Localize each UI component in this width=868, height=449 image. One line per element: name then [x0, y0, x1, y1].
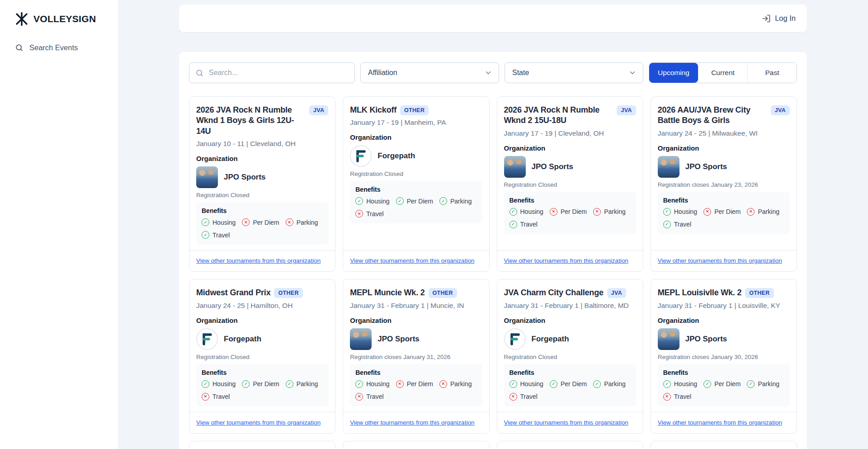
organization-row: JPO Sports	[658, 328, 790, 350]
login-label: Log In	[775, 14, 796, 23]
check-circle-icon: ✓	[509, 380, 517, 388]
benefits-label: Benefits	[355, 369, 476, 376]
benefits-list: ✓Housing✓Per Diem✓Parking✕Travel	[509, 380, 631, 401]
benefit-item: ✓Housing	[202, 380, 236, 388]
benefit-item: ✕Parking	[747, 208, 779, 216]
view-other-tournaments-link[interactable]: View other tournaments from this organiz…	[504, 257, 628, 264]
main-area: Log In Affiliation State	[118, 0, 868, 449]
state-select[interactable]: State	[505, 62, 643, 83]
benefits-list: ✓Housing✕Per Diem✕Parking✓Travel	[663, 208, 784, 228]
x-circle-icon: ✕	[396, 380, 404, 388]
tab-past[interactable]: Past	[747, 63, 797, 83]
login-button[interactable]: Log In	[762, 14, 796, 23]
tournament-date-location: January 24 - 25 | Hamilton, OH	[196, 302, 328, 310]
benefit-label: Travel	[674, 221, 691, 228]
tournament-card-footer: View other tournaments from this organiz…	[497, 250, 643, 271]
search-input[interactable]	[189, 62, 355, 83]
affiliation-badge: OTHER	[745, 288, 774, 298]
benefit-item: ✓Parking	[747, 380, 779, 388]
x-circle-icon: ✕	[439, 380, 447, 388]
sidebar-item-search-events[interactable]: Search Events	[0, 43, 118, 52]
affiliation-select[interactable]: Affiliation	[360, 62, 499, 83]
view-other-tournaments-link[interactable]: View other tournaments from this organiz…	[504, 419, 628, 426]
check-circle-icon: ✓	[509, 208, 517, 216]
tournament-date-location: January 31 - February 1 | Muncie, IN	[350, 302, 482, 310]
benefit-item: ✓Per Diem	[703, 380, 741, 388]
benefit-item: ✓Housing	[509, 208, 543, 216]
tab-current[interactable]: Current	[698, 63, 747, 83]
benefit-item: ✓Parking	[286, 380, 318, 388]
benefit-item: ✕Travel	[355, 210, 383, 217]
x-circle-icon: ✕	[703, 208, 711, 216]
benefit-item: ✓Travel	[663, 221, 691, 228]
benefit-label: Housing	[366, 198, 389, 205]
view-other-tournaments-link[interactable]: View other tournaments from this organiz…	[658, 419, 782, 426]
check-circle-icon: ✓	[663, 221, 671, 228]
search-icon	[195, 69, 204, 77]
organization-section: Organization JPO Sports Registration Clo…	[196, 148, 328, 245]
check-circle-icon: ✓	[550, 380, 557, 388]
tournament-title: 2026 JVA Rock N Rumble Wknd 2 15U-18U	[504, 105, 613, 126]
chevron-down-icon	[484, 69, 492, 77]
organization-section: Organization JPO Sports Registration clo…	[658, 310, 790, 406]
tournament-title-row: JVA Charm City Challenge JVA	[504, 288, 636, 298]
check-circle-icon: ✓	[242, 380, 250, 388]
benefit-item: ✕Per Diem	[550, 208, 587, 216]
tournament-title-row: 2026 JVA Rock N Rumble Wknd 2 15U-18U JV…	[504, 105, 636, 126]
affiliation-badge: JVA	[607, 288, 626, 298]
organization-name: JPO Sports	[224, 173, 266, 182]
benefits-box: Benefits ✓Housing✕Per Diem✕Parking✓Trave…	[196, 202, 328, 245]
chevron-down-icon	[628, 69, 637, 77]
events-panel: Affiliation State Upcoming Current Past …	[179, 52, 807, 449]
tournament-title: Midwest Grand Prix	[196, 288, 270, 298]
organization-section: Organization JPO Sports Registration Clo…	[504, 137, 636, 234]
app-logo: VOLLEYSIGN	[0, 0, 118, 27]
view-other-tournaments-link[interactable]: View other tournaments from this organiz…	[350, 257, 474, 264]
organization-name: JPO Sports	[377, 335, 420, 344]
forgepath-logo	[350, 145, 372, 167]
registration-status: Registration Closed	[196, 192, 328, 199]
tournament-title-row: 2026 JVA Rock N Rumble Wknd 1 Boys & Gir…	[196, 105, 328, 137]
tournament-card-body: MLK Kickoff OTHER January 17 - 19 | Manh…	[343, 97, 489, 250]
view-other-tournaments-link[interactable]: View other tournaments from this organiz…	[196, 257, 321, 264]
tab-upcoming[interactable]: Upcoming	[649, 63, 698, 83]
organization-avatar	[196, 166, 218, 188]
tournament-date-location: January 31 - February 1 | Baltimore, MD	[504, 302, 636, 310]
x-circle-icon: ✕	[593, 208, 601, 216]
check-circle-icon: ✓	[355, 197, 363, 205]
filter-bar: Affiliation State Upcoming Current Past	[189, 62, 797, 83]
organization-section: Organization JPO Sports Registration clo…	[658, 137, 790, 234]
benefit-label: Parking	[604, 380, 625, 388]
organization-label: Organization	[350, 317, 482, 324]
benefits-label: Benefits	[355, 186, 476, 193]
benefit-item: ✓Housing	[202, 218, 236, 226]
tournament-card-body: 2026 JVA Rock N Rumble Wknd 2 15U-18U JV…	[497, 97, 643, 250]
view-other-tournaments-link[interactable]: View other tournaments from this organiz…	[658, 257, 782, 264]
view-other-tournaments-link[interactable]: View other tournaments from this organiz…	[350, 419, 474, 426]
organization-name: JPO Sports	[685, 335, 727, 344]
benefits-box: Benefits ✓Housing✓Per Diem✓Parking✕Trave…	[658, 364, 790, 406]
benefit-item: ✓Housing	[355, 197, 389, 205]
benefits-label: Benefits	[202, 369, 323, 376]
search-box	[189, 62, 355, 83]
benefit-label: Parking	[450, 380, 472, 388]
view-other-tournaments-link[interactable]: View other tournaments from this organiz…	[196, 419, 321, 426]
benefits-box: Benefits ✓Housing✓Per Diem✓Parking✕Trave…	[504, 364, 636, 406]
organization-row: Forgepath	[350, 145, 482, 167]
tournament-card: 2026 JVA Rock N Rumble Wknd 1 Boys & Gir…	[189, 96, 335, 272]
tournament-title: MEPL Muncie Wk. 2	[350, 288, 425, 298]
tournament-card-body: JVA Charm City Challenge JVA January 31 …	[497, 279, 643, 411]
tournament-date-location: January 17 - 19 | Cleveland, OH	[504, 129, 636, 137]
tournament-card-footer: View other tournaments from this organiz…	[651, 250, 797, 271]
search-icon	[15, 43, 24, 52]
tournament-card-body: 2026 JVA Rock N Rumble Wknd 1 Boys & Gir…	[189, 97, 335, 250]
benefits-list: ✓Housing✓Per Diem✓Parking✕Travel	[202, 380, 323, 401]
affiliation-badge: JVA	[309, 105, 328, 115]
organization-avatar	[504, 328, 526, 350]
benefit-item: ✓Parking	[439, 197, 472, 205]
organization-row: Forgepath	[504, 328, 636, 350]
benefit-label: Per Diem	[407, 198, 433, 205]
benefit-label: Parking	[758, 208, 779, 215]
benefit-item: ✓Per Diem	[242, 380, 279, 388]
benefit-label: Travel	[212, 232, 230, 239]
